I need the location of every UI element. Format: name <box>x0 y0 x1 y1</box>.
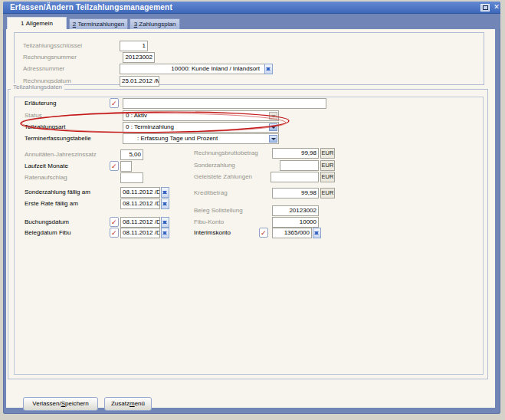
tab-allgemein-label: Allgemein <box>26 20 53 27</box>
erste-rate-field[interactable]: 08.11.2012 /Do <box>120 199 160 209</box>
buchungsdatum-label: Buchungsdatum <box>25 218 69 226</box>
beleg-sollstellung-field: 20123002 <box>272 205 319 216</box>
interimskonto-spinner-icon[interactable] <box>313 228 321 238</box>
laufzeit-monate-note-check-icon[interactable] <box>110 161 119 171</box>
buchungsdatum-note-check-icon[interactable] <box>110 217 119 227</box>
belegdatum-fibu-spinner-icon[interactable] <box>161 228 169 238</box>
sonderzahlung-label: Sonderzahlung <box>194 162 235 169</box>
rechnungsdatum-field: 25.01.2012 /Mi <box>120 76 159 87</box>
fibu-konto-label: Fibu-Konto <box>194 218 224 226</box>
belegdatum-fibu-field[interactable]: 08.11.2012 /Do <box>120 228 160 238</box>
sonderzahlung-faellig-spinner-icon[interactable] <box>161 187 169 198</box>
header-fields-panel <box>14 32 484 85</box>
erlaeuterung-note-check-icon[interactable] <box>110 98 119 108</box>
kreditbetrag-field: 99,98 <box>272 188 319 199</box>
terminerfassungstabelle-dropdown-arrow-icon[interactable] <box>269 135 277 143</box>
interimskonto-note-check-icon[interactable] <box>259 228 268 238</box>
teilzahlungsschluessel-label: Teilzahlungsschlüssel <box>23 42 82 50</box>
annuitaeten-field: 5,00 <box>120 149 143 160</box>
rechnungsbruttobetrag-field: 99,98 <box>272 148 319 159</box>
status-value: 0 : Aktiv <box>123 111 278 120</box>
maximize-icon[interactable] <box>480 4 490 11</box>
close-icon[interactable]: ✕ <box>492 2 501 11</box>
fibu-konto-field: 10000 <box>272 217 319 228</box>
buchungsdatum-spinner-icon[interactable] <box>161 217 169 228</box>
adressnummer-value: 10000: Kunde Inland / Inlandsort <box>120 64 272 74</box>
rechnungsbruttobetrag-unit: EUR <box>320 148 335 159</box>
sonderzahlung-faellig-label: Sonderzahlung fällig am <box>25 189 90 196</box>
tab-terminzahlungen-label: Terminzahlungen <box>77 21 124 28</box>
save-button-label: Verlassen/Speichern <box>32 400 88 407</box>
laufzeit-monate-field[interactable] <box>120 161 132 172</box>
adressnummer-combo[interactable]: 10000: Kunde Inland / Inlandsort <box>120 64 273 74</box>
zusatzmenue-button[interactable]: Zusatzmenü <box>104 397 152 411</box>
terminerfassungstabelle-label: Terminerfassungstabelle <box>25 135 91 143</box>
tab-allgemein[interactable]: 1 Allgemein <box>7 17 67 29</box>
rechnungsbruttobetrag-label: Rechnungsbruttobetrag <box>194 149 258 157</box>
sonderzahlung-unit: EUR <box>320 160 335 171</box>
tab-zahlungsplan[interactable]: 3 Zahlungsplan <box>130 18 180 29</box>
geleistete-zahlungen-field <box>271 172 319 182</box>
verlassen-speichern-button[interactable]: Verlassen/Speichern <box>23 397 98 411</box>
terminerfassungstabelle-value: : Erfassung Tage und Prozent <box>123 134 278 143</box>
window-title: Erfassen/Ändern Teilzahlungsmanagement <box>10 3 172 11</box>
erlaeuterung-field[interactable] <box>123 98 326 109</box>
tab-allgemein-num: 1 <box>21 20 24 27</box>
ratenaufschlag-label: Ratenaufschlag <box>25 174 67 182</box>
teilzahlungsart-label: Teilzahlungsart <box>25 123 65 131</box>
belegdatum-fibu-note-check-icon[interactable] <box>110 228 119 238</box>
tab-zahlungsplan-num: 3 <box>134 21 137 28</box>
status-combo: 0 : Aktiv <box>123 110 279 121</box>
tab-zahlungsplan-label: Zahlungsplan <box>139 21 175 28</box>
erste-rate-label: Erste Rate fällig am <box>25 200 78 208</box>
menu-button-label: Zusatzmenü <box>111 400 145 407</box>
belegdatum-fibu-label: Belegdatum Fibu <box>25 229 71 237</box>
buchungsdatum-field[interactable]: 08.11.2012 /Do <box>120 217 160 228</box>
tab-terminzahlungen[interactable]: 2 Terminzahlungen <box>69 18 128 29</box>
teilzahlungsart-dropdown-arrow-icon[interactable] <box>269 123 277 131</box>
teilzahlungsdaten-legend: Teilzahlungsdaten <box>11 84 64 91</box>
rechnungsnummer-label: Rechnungsnummer <box>23 54 77 61</box>
status-label: Status <box>25 112 42 120</box>
adressnummer-spinner-icon[interactable] <box>264 64 273 74</box>
tab-terminzahlungen-num: 2 <box>73 21 76 28</box>
interimskonto-label: Interimskonto <box>194 229 231 237</box>
ratenaufschlag-field <box>120 172 143 183</box>
kreditbetrag-label: Kreditbetrag <box>194 189 228 197</box>
sonderzahlung-faellig-field[interactable]: 08.11.2012 /Do <box>120 187 160 198</box>
erste-rate-spinner-icon[interactable] <box>161 199 169 209</box>
interimskonto-field[interactable]: 1365/000 <box>272 228 312 238</box>
teilzahlungsschluessel-field: 1 <box>120 41 148 51</box>
geleistete-zahlungen-label: Geleistete Zahlungen <box>194 173 252 181</box>
terminerfassungstabelle-combo[interactable]: : Erfassung Tage und Prozent <box>123 133 279 144</box>
adressnummer-label: Adressnummer <box>23 65 64 73</box>
status-dropdown-arrow-icon <box>269 112 277 120</box>
beleg-sollstellung-label: Beleg Sollstellung <box>194 207 243 215</box>
teilzahlungsart-combo[interactable]: 0 : Terminzahlung <box>123 122 279 133</box>
rechnungsnummer-field: 20123002 <box>123 52 155 63</box>
laufzeit-monate-label: Laufzeit Monate <box>25 162 68 170</box>
kreditbetrag-unit: EUR <box>320 188 335 199</box>
geleistete-zahlungen-unit: EUR <box>320 172 335 182</box>
annuitaeten-label: Annuitäten-Jahreszinssatz <box>25 151 97 159</box>
sonderzahlung-field[interactable] <box>280 160 319 171</box>
teilzahlungsart-value: 0 : Terminzahlung <box>123 123 278 132</box>
erlaeuterung-label: Erläuterung <box>25 100 56 107</box>
